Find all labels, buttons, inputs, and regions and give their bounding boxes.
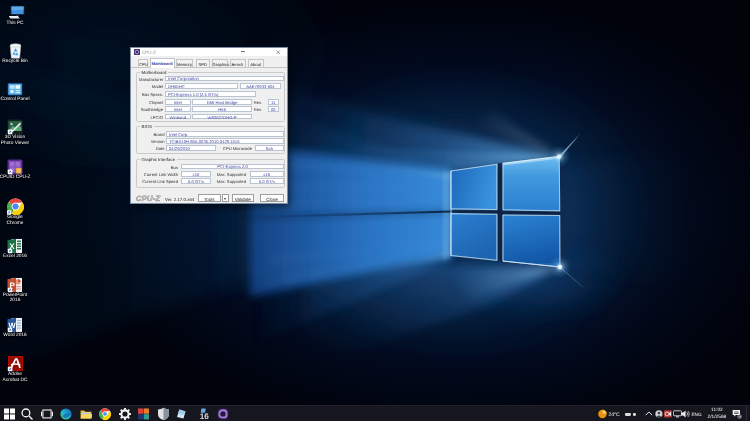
- svg-text:16: 16: [199, 411, 208, 421]
